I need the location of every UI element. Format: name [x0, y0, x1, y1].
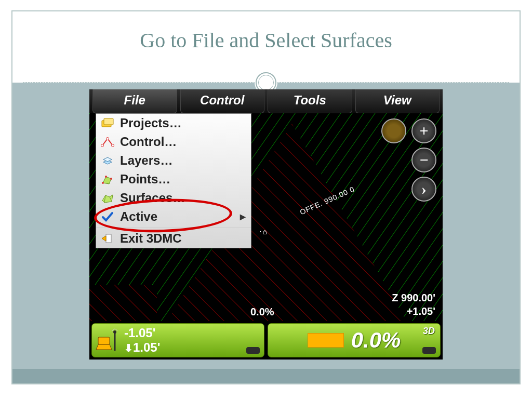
- svg-point-19: [105, 176, 107, 178]
- slide-title-area: Go to File and Select Surfaces: [12, 11, 520, 83]
- menu-item-layers-label: Layers…: [120, 153, 172, 168]
- status-panel-left[interactable]: -1.05' ⬇1.05': [91, 323, 264, 357]
- menu-item-projects-label: Projects…: [120, 116, 182, 130]
- delta-value: +1.05': [392, 304, 435, 318]
- menu-file[interactable]: File: [92, 89, 177, 113]
- right-info: Z 990.00' +1.05': [392, 291, 435, 318]
- slide-frame: Go to File and Select Surfaces File Cont…: [11, 10, 521, 384]
- surfaces-icon: [100, 192, 115, 204]
- plus-icon: +: [419, 123, 428, 139]
- svg-marker-25: [102, 236, 106, 241]
- control-icon: [100, 136, 115, 148]
- status-level-bar: [308, 333, 344, 348]
- menu-tools[interactable]: Tools: [268, 89, 352, 113]
- status-bar: -1.05' ⬇1.05' 0.0% 3D: [89, 321, 443, 360]
- points-icon: [100, 173, 115, 185]
- svg-point-14: [112, 144, 114, 147]
- file-dropdown: Projects… Control… Layers… Points…: [96, 113, 251, 248]
- svg-point-18: [102, 182, 104, 184]
- svg-rect-24: [106, 234, 111, 243]
- svg-marker-21: [102, 195, 113, 203]
- status-left-values: -1.05' ⬇1.05': [124, 326, 160, 354]
- svg-rect-6: [89, 285, 157, 321]
- exit-icon: [100, 232, 115, 245]
- mode-3d-label: 3D: [423, 326, 435, 337]
- status-panel-right[interactable]: 0.0% 3D: [268, 323, 441, 357]
- status-left-top: -1.05': [124, 326, 160, 340]
- zoom-in-button[interactable]: +: [411, 118, 436, 143]
- zoom-out-button[interactable]: −: [411, 148, 436, 172]
- menu-control[interactable]: Control: [180, 89, 265, 113]
- folders-icon: [100, 117, 115, 129]
- menu-item-surfaces[interactable]: Surfaces…: [96, 189, 251, 207]
- menu-item-active[interactable]: Active ▶: [96, 207, 251, 226]
- machine-icon-button[interactable]: [381, 118, 406, 143]
- svg-marker-16: [103, 157, 112, 162]
- svg-point-12: [101, 144, 104, 147]
- slide-title: Go to File and Select Surfaces: [12, 11, 520, 52]
- menu-item-points-label: Points…: [120, 172, 170, 187]
- svg-point-20: [110, 178, 112, 180]
- z-value: Z 990.00': [392, 291, 435, 304]
- menu-item-projects[interactable]: Projects…: [96, 114, 251, 132]
- menu-item-active-label: Active: [120, 209, 157, 224]
- menu-item-exit[interactable]: Exit 3DMC: [96, 229, 251, 248]
- machine-status-icon: [92, 324, 124, 357]
- menu-item-layers[interactable]: Layers…: [96, 151, 251, 170]
- svg-point-13: [107, 138, 109, 140]
- menu-item-exit-label: Exit 3DMC: [120, 231, 182, 246]
- status-left-bottom: 1.05': [133, 340, 160, 354]
- submenu-arrow-icon: ▶: [240, 212, 246, 221]
- svg-rect-11: [104, 118, 113, 125]
- svg-point-29: [113, 330, 116, 334]
- status-right-value: 0.0%: [351, 328, 401, 353]
- dropdown-separator: [96, 227, 251, 228]
- check-icon: [100, 210, 115, 223]
- svg-marker-27: [96, 344, 112, 350]
- side-buttons: + − ›: [379, 118, 436, 202]
- down-arrow-icon: ⬇: [124, 342, 133, 354]
- menu-view[interactable]: View: [355, 89, 440, 113]
- canvas-marker: ·⌂: [258, 228, 267, 236]
- layers-icon: [100, 154, 115, 167]
- menu-item-points[interactable]: Points…: [96, 170, 251, 189]
- minus-icon: −: [419, 152, 428, 168]
- device-screenshot: File Control Tools View: [89, 89, 443, 360]
- chevron-right-icon: ›: [421, 181, 427, 197]
- next-button[interactable]: ›: [411, 177, 436, 202]
- panel-left-toggle[interactable]: [246, 347, 260, 354]
- svg-rect-26: [98, 337, 110, 344]
- menu-item-surfaces-label: Surfaces…: [120, 191, 185, 205]
- menu-item-control-label: Control…: [120, 135, 177, 149]
- menu-item-control[interactable]: Control…: [96, 132, 251, 151]
- menubar: File Control Tools View: [89, 89, 443, 113]
- svg-marker-17: [103, 177, 111, 184]
- center-percent-label: 0.0%: [250, 306, 274, 318]
- slide-footer-bar: [12, 369, 520, 383]
- panel-right-toggle[interactable]: [422, 347, 436, 354]
